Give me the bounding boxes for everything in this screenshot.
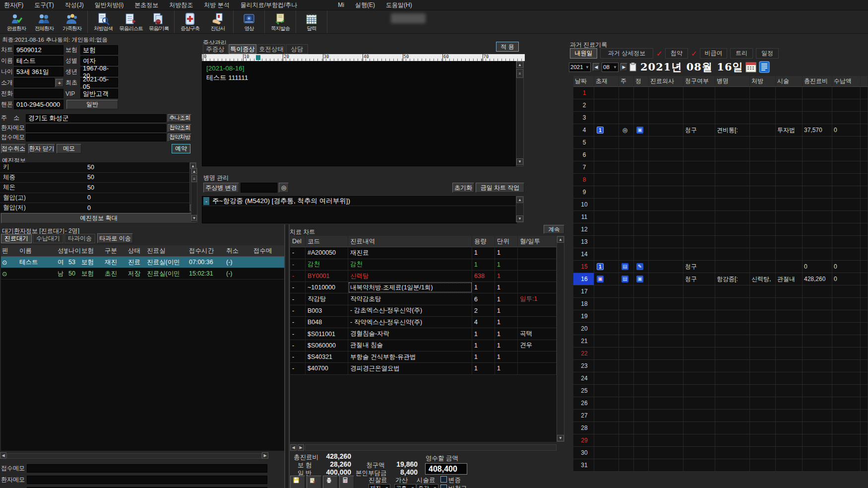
tab-history-5[interactable]: 일정 [756, 48, 779, 59]
menu-item-1[interactable]: 도구(T) [34, 1, 54, 9]
day-cell[interactable]: 11 [573, 211, 594, 223]
diagnosis-left-scrollbar[interactable]: ▲ ≡ ▼ [191, 168, 197, 222]
chart-row-6[interactable]: -B048 - 작약엑스산-정우신약(주)41 [290, 317, 557, 328]
chart-row-2[interactable]: -BY0001신력탕6381 [290, 271, 557, 282]
herb-prescribe-button[interactable]: 첩약처방 [168, 134, 191, 141]
day-cell[interactable]: 21 [573, 335, 594, 347]
patient-insurance-field[interactable]: 보험 [80, 45, 118, 55]
day-cell[interactable]: 1 [573, 87, 594, 99]
chart-row-9[interactable]: -$S40321부항술 건식부항-유관법11 [290, 351, 557, 363]
patient-memo-input[interactable] [26, 124, 166, 132]
menu-item-4[interactable]: 본초정보 [134, 1, 158, 9]
cell-del[interactable]: - [290, 282, 306, 293]
day-cell[interactable]: 12 [573, 223, 594, 235]
patient-phone-field[interactable] [14, 89, 63, 98]
target-icon[interactable]: ◎ [279, 183, 289, 193]
vital-row-3[interactable]: 혈압(고)0 [0, 193, 189, 204]
history-day-row-1[interactable]: 1 [573, 87, 868, 99]
tab-symptom-2[interactable]: 호전상태 [257, 44, 285, 54]
init-button[interactable]: 초기화 [452, 183, 474, 193]
day-cell[interactable]: 31 [573, 459, 594, 471]
scroll-down-icon[interactable]: ▼ [516, 215, 523, 222]
waiting-hscrollbar[interactable]: ◀ ▶ [0, 452, 269, 459]
chuna-lookup-button[interactable]: 추나조회 [168, 114, 191, 122]
history-day-row-20[interactable]: 20 [573, 323, 868, 335]
symptom-scrollbar[interactable]: ▲ ≡ ▼ [516, 61, 524, 166]
symptom-text-area[interactable]: [2021-08-16] 테스트 111111 [202, 61, 516, 166]
day-cell[interactable]: 23 [573, 360, 594, 372]
print-button[interactable] [323, 476, 338, 488]
chart-row-7[interactable]: -$S011001경혈침술-자락11곡택 [290, 328, 557, 340]
toolbar-all-patients-button[interactable]: 전체환자 [30, 10, 58, 33]
day-cell[interactable]: 19 [573, 310, 594, 322]
scroll-up-icon[interactable]: ▲ [516, 62, 523, 68]
scroll-up-icon[interactable]: ▲ [516, 197, 523, 203]
cell-del[interactable]: - [290, 363, 306, 374]
tab-consult-wait[interactable]: 진료대기 [1, 234, 32, 243]
history-day-row-19[interactable]: 19 [573, 310, 868, 323]
day-cell[interactable]: 4 [573, 124, 594, 136]
bottom-patient-memo-input[interactable] [27, 476, 267, 484]
scroll-left-icon[interactable]: ◀ [0, 452, 6, 459]
history-day-row-24[interactable]: 24 [573, 372, 868, 385]
reserve-button[interactable]: 예약 [172, 144, 190, 153]
calc-button[interactable] [339, 476, 354, 488]
waiting-row-1[interactable]: ⊙남50보험초진저장진료실(이민15:02:31(-) [1, 268, 285, 279]
cell-del[interactable]: - [290, 351, 306, 362]
scroll-down-icon[interactable]: ▼ [557, 435, 564, 441]
history-day-row-18[interactable]: 18 [573, 298, 868, 310]
prev-month-icon[interactable]: ◀ [593, 63, 600, 71]
day-cell[interactable]: 25 [573, 385, 594, 397]
history-day-row-26[interactable]: 26 [573, 397, 868, 410]
chart-scrollbar[interactable]: ▲ ▼ [557, 236, 564, 442]
menu-item-8[interactable]: Mi [338, 1, 344, 8]
toolbar-patient-done-button[interactable]: 완료환자 [2, 10, 30, 33]
dropdown-재진[interactable]: 재진▼ [369, 484, 390, 488]
history-day-row-14[interactable]: 14 [573, 248, 868, 261]
general-button[interactable]: 일반 [66, 100, 118, 109]
scroll-thumb[interactable]: ≡ [191, 175, 197, 182]
cancel-reception-button[interactable]: 접수취소 [1, 144, 26, 153]
checkbox-icon[interactable] [440, 485, 447, 488]
vital-row-0[interactable]: 키50 [0, 162, 189, 173]
address-input[interactable]: 경기도 화성군 [26, 114, 166, 122]
chart-row-3[interactable]: -~1010000내복약처방.조제료(1일분/1회)11 [290, 282, 557, 293]
scroll-right-icon[interactable]: ▶ [262, 452, 268, 459]
day-cell[interactable]: 18 [573, 298, 594, 310]
patient-name-field[interactable]: 테스트 [14, 56, 63, 66]
cell-del[interactable]: - [290, 340, 306, 351]
change-main-disease-button[interactable]: 주상병 변경 [203, 183, 239, 193]
menu-item-9[interactable]: 실행(E) [355, 1, 375, 9]
dropdown-공휴[interactable]: 공휴▼ [394, 484, 416, 488]
history-day-row-27[interactable]: 27 [573, 410, 868, 422]
day-cell[interactable]: 17 [573, 285, 594, 297]
cell-del[interactable]: - [290, 247, 306, 258]
history-day-row-6[interactable]: 6 [573, 149, 868, 161]
memo-button[interactable]: 메모 [57, 144, 81, 153]
apply-button[interactable]: 적 용 [496, 42, 519, 52]
scroll-track[interactable] [305, 444, 557, 451]
day-cell[interactable]: 8 [573, 174, 594, 186]
day-cell[interactable]: 26 [573, 397, 594, 409]
menu-item-7[interactable]: 물리치료/부항컵/추나 [241, 1, 298, 9]
chart-hscrollbar[interactable]: ◀ ▶ [290, 444, 557, 451]
toolbar-message-send-button[interactable]: 쪽지발송 [266, 10, 294, 33]
history-day-row-17[interactable]: 17 [573, 285, 868, 298]
history-day-row-3[interactable]: 3 [573, 112, 868, 124]
history-day-row-22[interactable]: 22 [573, 348, 868, 360]
tab-symptom-3[interactable]: 상담 [286, 44, 308, 54]
checkbox-icon[interactable] [440, 476, 447, 483]
tab-pay-wait[interactable]: 수납대기 [33, 234, 63, 243]
next-month-icon[interactable]: ▶ [620, 63, 627, 71]
calendar-picker-icon[interactable] [745, 62, 756, 72]
chart-row-0[interactable]: -#A200050재진료11 [290, 247, 557, 259]
intro-add-button[interactable]: + [56, 79, 63, 87]
cell-del[interactable]: - [290, 328, 306, 339]
transfer-button[interactable]: 타과로 이송 [97, 233, 133, 243]
document-view-icon[interactable] [758, 61, 770, 73]
patient-age-field[interactable]: 53세 361일 [14, 67, 63, 76]
patient-vip-field[interactable]: 일반고객 [80, 89, 118, 98]
history-day-row-21[interactable]: 21 [573, 335, 868, 348]
toolbar-bundle-record-button[interactable]: 묶음/기록 [145, 10, 173, 33]
scroll-down-icon[interactable]: ▼ [191, 215, 197, 221]
